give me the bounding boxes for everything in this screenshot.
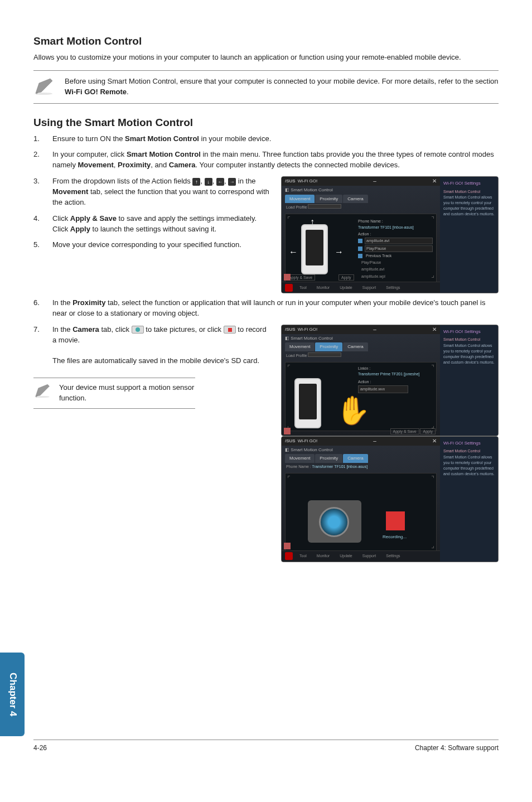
step-number: 6. <box>33 298 52 319</box>
chapter-side-tab: Chapter 4 <box>0 653 25 736</box>
recording-label: Recording... <box>383 534 407 540</box>
footer-settings[interactable]: Settings <box>383 552 403 560</box>
footer-settings[interactable]: Settings <box>383 284 403 292</box>
sidebar-desc: Smart Motion Control allows you to remot… <box>443 455 495 477</box>
action-option[interactable]: Previous Track <box>365 253 433 259</box>
step-1: 1. Ensure to turn ON the Smart Motion Co… <box>33 134 499 144</box>
motion-left-icon: ← <box>289 245 298 258</box>
app-logo: /SUS <box>285 326 296 333</box>
tab-movement[interactable]: Movement <box>285 342 315 351</box>
tab-proximity[interactable]: Proximity <box>315 195 342 204</box>
asus-logo-icon[interactable] <box>285 552 293 560</box>
sidebar-title: Wi-Fi GO! Settings <box>443 440 495 447</box>
heading-smart-motion-control: Smart Motion Control <box>33 33 499 49</box>
phone-name-label: Phone Name : <box>358 219 433 224</box>
note-motion-sensor: Your device must support a motion sensor… <box>33 378 195 409</box>
footer-support[interactable]: Support <box>359 552 380 560</box>
prox-action-dropdown[interactable]: amplitude.wvx <box>358 385 408 393</box>
action-option[interactable]: amplitude.avi <box>360 267 433 272</box>
action-label: Action : <box>358 231 433 237</box>
action-option[interactable]: amplitude.wpl <box>360 274 433 279</box>
window-subtitle: ◧ Smart Motion Control <box>285 336 333 341</box>
step-2: 2. In your computer, click Smart Motion … <box>33 149 499 171</box>
app-title: Wi-Fi GO! <box>298 438 318 445</box>
note-text: Before using Smart Motion Control, ensur… <box>65 76 499 98</box>
footer-tool[interactable]: Tool <box>296 284 310 292</box>
step-number: 4. <box>33 214 52 235</box>
action-up-icon <box>358 239 362 243</box>
apply-button[interactable]: Apply <box>420 428 436 434</box>
sidebar-section: Smart Motion Control <box>443 189 495 195</box>
sidebar-section: Smart Motion Control <box>443 448 495 454</box>
chapter-label: Chapter 4: Software support <box>415 743 499 753</box>
action-label: Action : <box>358 379 420 385</box>
tab-camera[interactable]: Camera <box>343 195 367 204</box>
camera-lens-icon[interactable] <box>319 507 349 537</box>
load-profile-label: Load Profile <box>286 205 307 209</box>
minimize-icon[interactable]: – <box>373 177 376 186</box>
hand-icon: ✋ <box>336 390 370 431</box>
screenshot-proximity-tab: /SUS Wi-Fi GO!–✕ ◧ Smart Motion Control … <box>281 325 499 436</box>
step-number: 1. <box>33 134 52 144</box>
arrow-up-icon: ↑ <box>192 178 200 186</box>
step-number: 5. <box>33 240 52 250</box>
app-logo: /SUS <box>285 438 296 445</box>
minimize-icon[interactable]: – <box>373 437 376 446</box>
action-dropdown-2[interactable]: Play/Pause <box>365 245 433 252</box>
footer-tool[interactable]: Tool <box>296 552 310 560</box>
footer-update[interactable]: Update <box>336 284 356 292</box>
tab-proximity[interactable]: Proximity <box>315 454 342 463</box>
home-icon[interactable] <box>284 543 291 549</box>
step-number: 2. <box>33 149 52 171</box>
arrow-right-icon: → <box>228 178 236 186</box>
sidebar-title: Wi-Fi GO! Settings <box>443 328 495 335</box>
load-profile-label: Load Profile <box>286 354 307 357</box>
tab-camera[interactable]: Camera <box>343 342 367 351</box>
window-subtitle: ◧ Smart Motion Control <box>285 187 333 192</box>
prox-section-label: Linkin : <box>358 366 420 371</box>
sidebar-desc: Smart Motion Control allows you to remot… <box>443 195 495 218</box>
step-6: 6. In the Proximity tab, select the func… <box>33 298 499 319</box>
phone-graphic <box>301 224 328 274</box>
app-title: Wi-Fi GO! <box>298 326 318 333</box>
phone-model-value: Transformer TF101 [inbox-asus] <box>312 465 368 468</box>
action-option[interactable]: Play/Pause <box>360 260 433 265</box>
phone-graphic <box>294 378 321 428</box>
arrow-down-icon: ↓ <box>205 178 212 186</box>
app-logo: /SUS <box>285 178 296 185</box>
step-number: 3. <box>33 176 52 208</box>
close-icon[interactable]: ✕ <box>432 177 437 186</box>
svg-point-1 <box>35 396 49 398</box>
phone-name-label: Phone Name : <box>286 465 311 468</box>
load-profile-dropdown[interactable] <box>308 204 341 209</box>
home-icon[interactable] <box>284 274 291 281</box>
tab-movement[interactable]: Movement <box>285 195 315 204</box>
footer-support[interactable]: Support <box>359 284 380 292</box>
sidebar-title: Wi-Fi GO! Settings <box>443 180 495 187</box>
step-number: 7. <box>33 325 52 366</box>
phone-model-value: Transformer TF101 [inbox-asus] <box>358 225 433 230</box>
footer-update[interactable]: Update <box>336 552 356 560</box>
load-profile-dropdown[interactable] <box>308 352 341 357</box>
tab-proximity[interactable]: Proximity <box>315 342 342 351</box>
app-title: Wi-Fi GO! <box>298 178 318 185</box>
footer-monitor[interactable]: Monitor <box>313 552 333 560</box>
window-subtitle: ◧ Smart Motion Control <box>285 447 333 452</box>
apply-save-button[interactable]: Apply & Save <box>390 428 419 434</box>
tab-movement[interactable]: Movement <box>285 454 315 463</box>
tab-camera[interactable]: Camera <box>343 454 367 463</box>
intro-paragraph: Allows you to customize your motions in … <box>33 52 499 63</box>
asus-logo-icon[interactable] <box>285 284 293 292</box>
sidebar-section: Smart Motion Control <box>443 337 495 342</box>
note-text: Your device must support a motion sensor… <box>59 383 195 404</box>
footer-monitor[interactable]: Monitor <box>313 284 333 292</box>
action-dropdown-1[interactable]: amplitude.avi <box>365 238 433 244</box>
close-icon[interactable]: ✕ <box>432 326 437 334</box>
apply-button[interactable]: Apply <box>338 274 354 281</box>
record-button[interactable] <box>386 511 405 530</box>
record-icon <box>224 326 236 334</box>
minimize-icon[interactable]: – <box>373 326 376 334</box>
home-icon[interactable] <box>284 428 291 434</box>
close-icon[interactable]: ✕ <box>432 437 437 446</box>
step-4: 4. Click Apply & Save to save and apply … <box>33 214 270 235</box>
